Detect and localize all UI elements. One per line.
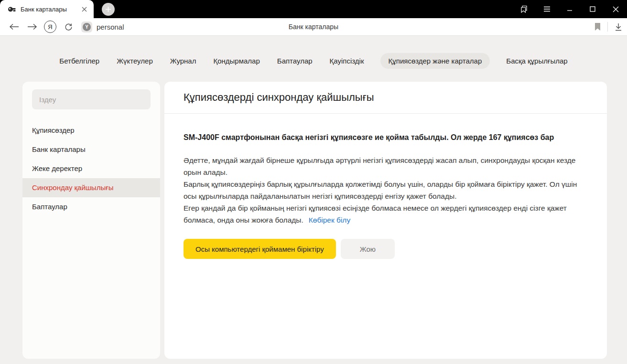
- sidebar-menu: Құпиясөздер Банк карталары Жеке деректер…: [22, 121, 160, 216]
- tab-other-devices[interactable]: Басқа құрылғылар: [505, 53, 568, 69]
- tab-history[interactable]: Журнал: [169, 53, 197, 69]
- tab-title: Банк карталары: [21, 6, 75, 13]
- description-paragraph: Барлық құпиясөздеріңіз барлық құрылғылар…: [184, 178, 585, 202]
- new-tab-button[interactable]: [102, 3, 115, 16]
- tab-passwords-and-cards[interactable]: Құпиясөздер және карталар: [380, 53, 490, 69]
- toolbar-divider: [607, 22, 608, 32]
- delete-button[interactable]: Жою: [341, 239, 395, 259]
- learn-more-link[interactable]: Көбірек білу: [309, 216, 350, 224]
- main-body: SM-J400F смартфонынан басқа негізгі құпи…: [164, 114, 607, 259]
- tab-close-icon[interactable]: [79, 4, 89, 14]
- sidebar: Құпиясөздер Банк карталары Жеке деректер…: [22, 82, 160, 359]
- window-controls: [512, 0, 627, 18]
- conflict-description: Әдетте, мұндай жағдай бірнеше құрылғыда …: [184, 154, 585, 226]
- search-input[interactable]: [32, 89, 151, 109]
- sidebar-item-settings[interactable]: Баптаулар: [22, 197, 160, 216]
- tab-settings[interactable]: Баптаулар: [276, 53, 314, 69]
- tab-bookmarks[interactable]: Бетбелгілер: [58, 53, 100, 69]
- download-icon[interactable]: [615, 23, 622, 31]
- content-area: Құпиясөздер Банк карталары Жеке деректер…: [22, 82, 607, 359]
- key-favicon-icon: [8, 5, 16, 13]
- page-title: Құпиясөздерді синхрондау қайшылығы: [184, 91, 374, 104]
- tab-extensions[interactable]: Қондырмалар: [212, 53, 260, 69]
- profile-name: personal: [97, 23, 124, 31]
- tab-downloads[interactable]: Жүктеулер: [116, 53, 154, 69]
- settings-nav-tabs: Бетбелгілер Жүктеулер Журнал Қондырмалар…: [0, 53, 627, 69]
- merge-with-local-storage-button[interactable]: Осы компьютердегі қоймамен біріктіру: [184, 239, 336, 259]
- sidebar-item-personal-data[interactable]: Жеке деректер: [22, 159, 160, 178]
- sidebar-item-sync-conflict[interactable]: Синхрондау қайшылығы: [22, 178, 160, 197]
- tab-security[interactable]: Қауіпсіздік: [329, 53, 365, 69]
- maximize-icon[interactable]: [581, 0, 604, 18]
- main-header: Құпиясөздерді синхрондау қайшылығы: [164, 82, 607, 114]
- description-paragraph: Әдетте, мұндай жағдай бірнеше құрылғыда …: [184, 154, 585, 178]
- main-panel: Құпиясөздерді синхрондау қайшылығы SM-J4…: [164, 82, 607, 359]
- sidebar-item-passwords[interactable]: Құпиясөздер: [22, 121, 160, 140]
- window-tab-bar: Банк карталары: [0, 0, 627, 18]
- refresh-icon[interactable]: [59, 20, 77, 34]
- minimize-icon[interactable]: [558, 0, 581, 18]
- bookmark-icon[interactable]: [595, 23, 601, 31]
- back-icon[interactable]: [5, 20, 23, 34]
- browser-tab[interactable]: Банк карталары: [0, 0, 94, 18]
- menu-icon[interactable]: [535, 0, 558, 18]
- action-buttons: Осы компьютердегі қоймамен біріктіру Жою: [184, 239, 588, 259]
- sidebar-item-bank-cards[interactable]: Банк карталары: [22, 140, 160, 159]
- description-paragraph: Егер қандай да бір қойманың негізгі құпи…: [184, 202, 585, 226]
- close-icon[interactable]: [604, 0, 627, 18]
- side-panel-icon[interactable]: [512, 0, 535, 18]
- yandex-logo-icon[interactable]: Я: [41, 20, 59, 34]
- forward-icon[interactable]: [23, 20, 41, 34]
- protect-icon: Y: [81, 21, 92, 32]
- conflict-alert-title: SM-J400F смартфонынан басқа негізгі құпи…: [184, 131, 573, 143]
- profile-chip[interactable]: Y personal: [81, 21, 124, 32]
- browser-toolbar: Банк карталары Я Y personal: [0, 18, 627, 36]
- toolbar-right-group: [595, 22, 622, 32]
